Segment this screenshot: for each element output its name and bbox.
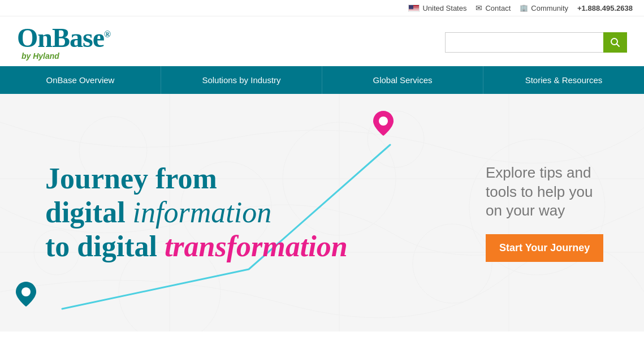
hero-left: Journey from digital information to digi… [45,162,348,263]
search-box [445,32,627,53]
flag-icon [408,5,420,12]
logo-text-span: OnBase [17,23,104,53]
contact-label: Contact [485,4,511,12]
region-selector[interactable]: United States [408,4,466,12]
nav-item-overview[interactable]: OnBase Overview [0,66,161,94]
nav-item-services[interactable]: Global Services [322,66,483,94]
logo-main: OnBase® [17,24,110,51]
community-label: Community [531,4,568,12]
nav-label-solutions: Solutions by Industry [202,75,280,85]
nav-label-services: Global Services [373,75,432,85]
hero-right: Explore tips and tools to help you on yo… [486,163,610,262]
phone-number: +1.888.495.2638 [577,4,633,12]
top-bar: United States ✉ Contact 🏢 Community +1.8… [0,0,644,16]
headline-line3: to digital transformation [45,230,348,264]
headline-part3: to digital [45,230,165,262]
header: OnBase® by Hyland [0,16,644,66]
community-link[interactable]: 🏢 Community [520,4,568,12]
map-pin-bottom [16,282,36,309]
svg-point-16 [379,117,388,126]
logo-sub: by Hyland [21,51,59,61]
contact-link[interactable]: ✉ Contact [476,3,511,12]
hero-content: Journey from digital information to digi… [0,139,644,286]
headline-pink: transformation [165,230,348,262]
nav-label-overview: OnBase Overview [46,75,115,85]
headline-part2: digital [45,196,133,229]
cta-button[interactable]: Start Your Journey [486,234,603,262]
headline-italic: information [133,196,272,229]
svg-point-15 [21,287,31,296]
svg-line-1 [617,44,620,47]
hero-right-text: Explore tips and tools to help you on yo… [486,163,610,221]
logo-reg: ® [104,29,110,39]
headline-line2: digital information [45,196,348,230]
nav-item-stories[interactable]: Stories & Resources [483,66,644,94]
community-icon: 🏢 [520,4,528,12]
search-button[interactable] [603,32,627,53]
search-icon [610,37,620,48]
search-input[interactable] [445,32,603,53]
hero-section: Journey from digital information to digi… [0,94,644,331]
envelope-icon: ✉ [476,3,482,12]
hero-headline: Journey from digital information to digi… [45,162,348,263]
region-label: United States [422,4,466,12]
logo[interactable]: OnBase® by Hyland [17,24,110,61]
map-pin-top [373,111,394,138]
headline-line1: Journey from [45,162,348,196]
nav-item-solutions[interactable]: Solutions by Industry [161,66,322,94]
nav-label-stories: Stories & Resources [525,75,603,85]
main-nav: OnBase Overview Solutions by Industry Gl… [0,66,644,94]
headline-part1: Journey from [45,162,217,195]
